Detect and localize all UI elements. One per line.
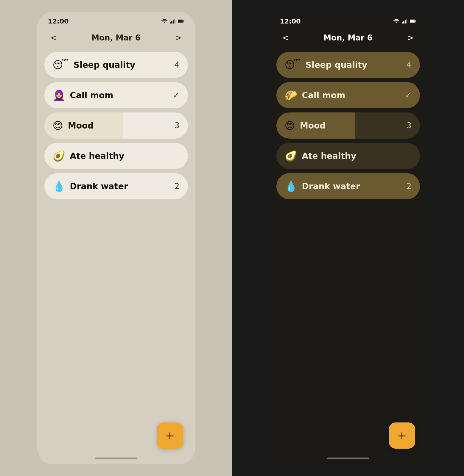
light-fab-icon: + [165, 429, 175, 442]
svg-rect-6 [183, 21, 184, 22]
dark-habit-drankwater[interactable]: 💧 Drank water 2 [276, 173, 420, 199]
svg-rect-13 [415, 21, 416, 22]
dark-sleep-value: 4 [407, 60, 412, 69]
light-status-icons [161, 19, 184, 24]
svg-rect-9 [405, 20, 406, 24]
dark-habit-mood-content: 😊 Mood 3 [285, 120, 412, 131]
svg-rect-5 [178, 20, 183, 22]
light-sleep-value: 4 [175, 60, 180, 69]
light-habit-callmom[interactable]: 🧕 Call mom ✓ [44, 82, 188, 108]
light-signal-icon [169, 19, 176, 24]
dark-phone-frame: 12:00 [269, 12, 427, 464]
dark-wifi-icon [393, 19, 400, 24]
light-nav-title: Mon, Mar 6 [91, 33, 141, 42]
dark-fab-icon: + [397, 429, 407, 442]
dark-habit-callmom[interactable]: 🌮 Call mom ✓ [276, 82, 420, 108]
dark-habit-sleep-content: 😴 Sleep quality 4 [285, 59, 412, 71]
svg-rect-12 [410, 20, 415, 22]
dark-mood-emoji: 😊 [285, 120, 295, 131]
light-callmom-check: ✓ [173, 91, 180, 100]
light-nav-header: < Mon, Mar 6 > [37, 27, 195, 49]
light-drankwater-label: Drank water [70, 181, 175, 191]
light-status-time: 12:00 [48, 18, 69, 25]
light-mood-label: Mood [68, 121, 175, 131]
light-habit-atehealthy-content: 🥑 Ate healthy [53, 150, 180, 162]
light-fab-button[interactable]: + [157, 422, 183, 449]
light-mood-value: 3 [175, 121, 180, 130]
light-phone-frame: 12:00 [37, 12, 195, 464]
light-battery-icon [178, 19, 184, 24]
dark-atehealthy-label: Ate healthy [302, 151, 412, 161]
light-prev-button[interactable]: < [48, 32, 59, 43]
light-phone-container: 12:00 [0, 0, 232, 476]
light-atehealthy-emoji: 🥑 [53, 150, 65, 162]
dark-habit-drankwater-content: 💧 Drank water 2 [285, 180, 412, 192]
dark-sleep-emoji: 😴 [285, 59, 301, 71]
light-habit-sleep-content: 😴 Sleep quality 4 [53, 59, 180, 71]
light-atehealthy-label: Ate healthy [70, 151, 180, 161]
dark-habit-list: 😴 Sleep quality 4 🌮 Call mom ✓ 😊 Mood [269, 49, 427, 458]
dark-callmom-emoji: 🌮 [285, 89, 297, 101]
light-habit-mood-content: 😊 Mood 3 [53, 120, 180, 131]
light-habit-sleep[interactable]: 😴 Sleep quality 4 [44, 52, 188, 78]
dark-mood-value: 3 [407, 121, 412, 130]
light-habit-atehealthy[interactable]: 🥑 Ate healthy [44, 143, 188, 169]
dark-nav-title: Mon, Mar 6 [323, 33, 373, 42]
dark-status-time: 12:00 [280, 18, 301, 25]
dark-habit-sleep[interactable]: 😴 Sleep quality 4 [276, 52, 420, 78]
dark-phone-container: 12:00 [232, 0, 464, 476]
dark-fab-button[interactable]: + [389, 422, 415, 449]
dark-habit-callmom-content: 🌮 Call mom ✓ [285, 89, 412, 101]
light-wifi-icon [161, 19, 168, 24]
dark-sleep-label: Sleep quality [306, 60, 407, 70]
dark-habit-atehealthy[interactable]: 🥑 Ate healthy [276, 143, 420, 169]
light-next-button[interactable]: > [173, 32, 184, 43]
dark-signal-icon [401, 19, 408, 24]
light-home-indicator [95, 458, 137, 459]
dark-status-bar: 12:00 [269, 12, 427, 27]
dark-drankwater-label: Drank water [302, 181, 407, 191]
dark-callmom-label: Call mom [302, 90, 405, 100]
svg-rect-10 [406, 19, 407, 24]
light-habit-mood[interactable]: 😊 Mood 3 [44, 112, 188, 139]
dark-drankwater-emoji: 💧 [285, 180, 297, 192]
svg-rect-2 [173, 20, 174, 24]
light-habit-callmom-content: 🧕 Call mom ✓ [53, 89, 180, 101]
svg-rect-1 [171, 21, 172, 24]
dark-status-icons [393, 19, 416, 24]
dark-mood-label: Mood [300, 121, 407, 131]
dark-battery-icon [410, 19, 416, 24]
light-sleep-emoji: 😴 [53, 59, 69, 71]
svg-rect-0 [170, 22, 171, 24]
dark-prev-button[interactable]: < [280, 32, 291, 43]
dark-callmom-check: ✓ [405, 91, 412, 100]
svg-rect-7 [402, 22, 403, 24]
light-habit-drankwater[interactable]: 💧 Drank water 2 [44, 173, 188, 199]
dark-next-button[interactable]: > [405, 32, 416, 43]
light-drankwater-value: 2 [175, 182, 180, 191]
light-drankwater-emoji: 💧 [53, 180, 65, 192]
dark-drankwater-value: 2 [407, 182, 412, 191]
light-status-bar: 12:00 [37, 12, 195, 27]
svg-rect-8 [403, 21, 404, 24]
dark-home-indicator [327, 458, 369, 459]
dark-habit-mood[interactable]: 😊 Mood 3 [276, 112, 420, 139]
dark-atehealthy-emoji: 🥑 [285, 150, 297, 162]
light-callmom-label: Call mom [70, 90, 173, 100]
light-habit-drankwater-content: 💧 Drank water 2 [53, 180, 180, 192]
svg-rect-3 [174, 19, 175, 24]
light-sleep-label: Sleep quality [74, 60, 175, 70]
light-callmom-emoji: 🧕 [53, 89, 65, 101]
dark-habit-atehealthy-content: 🥑 Ate healthy [285, 150, 412, 162]
dark-nav-header: < Mon, Mar 6 > [269, 27, 427, 49]
light-habit-list: 😴 Sleep quality 4 🧕 Call mom ✓ 😊 Mood [37, 49, 195, 458]
light-mood-emoji: 😊 [53, 120, 63, 131]
